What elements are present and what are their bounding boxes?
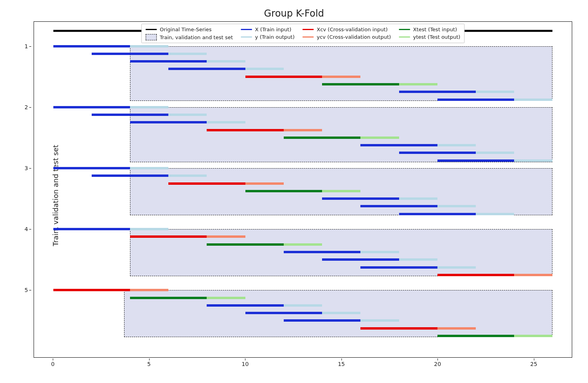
plot-frame: Original Time-SeriesTrain, validation an… xyxy=(34,21,572,358)
legend-swatch xyxy=(302,29,313,30)
segment-X xyxy=(92,53,168,55)
legend-swatch xyxy=(145,29,156,30)
legend-item: ytest (Test output) xyxy=(399,34,460,40)
segment-X xyxy=(360,266,437,269)
segment-Xcv xyxy=(130,235,207,238)
segment-Xtest xyxy=(207,243,283,246)
segment-y xyxy=(437,205,476,207)
segment-y xyxy=(476,91,514,93)
segment-Xtest xyxy=(130,297,207,299)
legend-item: Train, validation and test set xyxy=(145,34,233,40)
legend: Original Time-SeriesTrain, validation an… xyxy=(141,24,465,43)
segment-X xyxy=(360,205,437,207)
x-tick: 20 xyxy=(434,361,441,367)
legend-label: ytest (Test output) xyxy=(413,34,460,40)
legend-label: X (Train input) xyxy=(255,27,291,32)
segment-X xyxy=(437,99,514,101)
segment-ycv xyxy=(514,274,552,276)
segment-X xyxy=(53,106,130,108)
segment-ycv xyxy=(207,235,245,238)
segment-y xyxy=(130,45,168,47)
segment-y xyxy=(360,251,399,253)
segment-ytest xyxy=(322,190,360,192)
legend-label: Xcv (Cross-validation input) xyxy=(317,27,388,32)
legend-item: Original Time-Series xyxy=(145,27,233,32)
segment-Xcv xyxy=(207,129,283,131)
segment-y xyxy=(322,312,360,314)
legend-swatch xyxy=(241,29,252,30)
segment-y xyxy=(437,266,476,269)
x-tick: 0 xyxy=(51,361,55,367)
segment-Xtest xyxy=(322,83,399,85)
segment-ycv xyxy=(322,76,360,78)
segment-y xyxy=(514,99,552,101)
segment-y xyxy=(168,114,207,116)
segment-X xyxy=(284,319,360,322)
segment-y xyxy=(168,174,207,177)
segment-X xyxy=(399,91,476,93)
y-tick: 3 xyxy=(24,165,28,171)
segment-y xyxy=(437,144,476,146)
segment-y xyxy=(399,258,437,261)
x-axis: 0510152025 xyxy=(34,358,572,370)
segment-Xcv xyxy=(437,274,514,276)
x-tick: 10 xyxy=(242,361,249,367)
segment-X xyxy=(53,45,130,47)
legend-label: ycv (Cross-validation output) xyxy=(317,34,391,40)
segment-y xyxy=(130,167,168,169)
segment-ycv xyxy=(284,129,322,131)
segment-ytest xyxy=(284,243,322,246)
segment-X xyxy=(207,304,283,307)
y-tick: 4 xyxy=(24,226,28,232)
legend-label: y (Train output) xyxy=(255,34,294,40)
segment-X xyxy=(92,174,168,177)
segment-Xtest xyxy=(245,190,322,192)
legend-swatch xyxy=(241,36,252,38)
y-tick: 1 xyxy=(24,43,28,49)
segment-X xyxy=(322,258,399,261)
segment-X xyxy=(360,144,437,146)
x-tick: 25 xyxy=(530,361,537,367)
segment-y xyxy=(168,53,207,55)
segment-y xyxy=(284,304,322,307)
y-tick: 5 xyxy=(24,287,28,293)
segment-y xyxy=(130,106,168,108)
segment-y xyxy=(207,121,245,123)
segment-y xyxy=(514,159,552,162)
x-tick: 15 xyxy=(338,361,345,367)
segment-X xyxy=(92,114,168,116)
segment-Xcv xyxy=(245,76,322,78)
segment-X xyxy=(53,167,130,169)
segment-X xyxy=(130,121,207,123)
segment-Xcv xyxy=(168,182,245,185)
segment-ycv xyxy=(437,327,476,330)
legend-swatch xyxy=(399,36,410,38)
segment-y xyxy=(360,319,399,322)
segment-y xyxy=(245,68,284,70)
segment-ytest xyxy=(399,83,437,85)
legend-swatch xyxy=(399,29,410,30)
segment-y xyxy=(476,213,514,215)
segment-y xyxy=(399,197,437,200)
legend-swatch xyxy=(302,36,313,38)
segment-y xyxy=(130,228,168,230)
segment-y xyxy=(476,152,514,154)
legend-item: y (Train output) xyxy=(241,34,294,40)
segment-X xyxy=(437,159,514,162)
segment-X xyxy=(399,152,476,154)
segment-X xyxy=(284,251,360,253)
segment-ycv xyxy=(245,182,284,185)
segment-X xyxy=(53,228,130,230)
segment-Xtest xyxy=(437,335,514,337)
segment-ycv xyxy=(130,289,168,291)
segment-Xtest xyxy=(284,137,360,139)
segment-ytest xyxy=(207,297,245,299)
segment-ytest xyxy=(360,137,399,139)
y-tick: 2 xyxy=(24,104,28,110)
legend-item: X (Train input) xyxy=(241,27,294,32)
legend-item: Xtest (Test input) xyxy=(399,27,460,32)
segment-X xyxy=(245,312,322,314)
segment-X xyxy=(399,213,476,215)
segment-X xyxy=(322,197,399,200)
legend-label: Original Time-Series xyxy=(160,27,212,32)
